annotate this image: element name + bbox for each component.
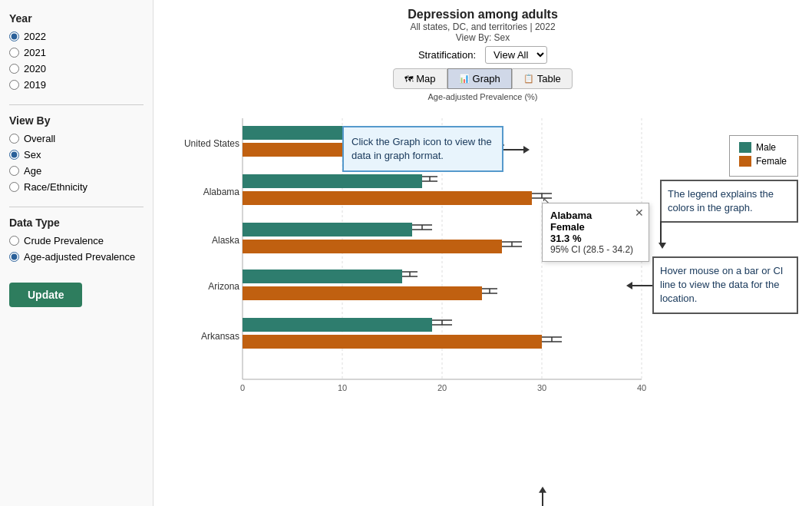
svg-text:Alaska: Alaska [212,235,239,246]
bar-ar-male[interactable] [243,318,432,332]
tab-table[interactable]: 📋 Table [512,68,573,89]
controls-row: Stratification: View All [166,46,800,64]
year-label: Year [9,12,144,25]
tooltip-value: 31.3 % [550,233,641,244]
tab-graph[interactable]: 📊 Graph [447,68,512,89]
chart-header: Depression among adults All states, DC, … [166,8,800,43]
legend-box: Male Female [729,135,798,177]
legend-female: Female [739,156,788,167]
crude-prevalence[interactable]: Crude Prevalence [9,235,144,246]
table-icon: 📋 [523,74,534,84]
view-by-section: View By Overall Sex Age Race/Ethnicity [9,114,144,193]
tab-map-label: Map [416,73,435,84]
bar-az-female[interactable] [243,286,482,300]
graph-icon: 📊 [459,74,470,84]
view-by-race[interactable]: Race/Ethnicity [9,181,144,193]
chart-title: Depression among adults [166,8,800,21]
callout-graph-icon: Click the Graph icon to view the data in… [342,126,503,172]
view-tabs: 🗺 Map 📊 Graph 📋 Table [166,68,800,89]
year-2022[interactable]: 2022 [9,31,144,42]
legend-male-color [739,142,751,153]
tooltip-title: Alabama Female [550,210,641,233]
view-by-sex[interactable]: Sex [9,149,144,160]
svg-text:20: 20 [437,383,447,392]
chart-area: 0 10 20 30 40 United States [166,103,800,395]
legend-female-label: Female [756,156,787,167]
chart-subtitle: All states, DC, and territories | 2022 [166,21,800,32]
bar-ak-male[interactable] [243,223,412,236]
data-type-label: Data Type [9,217,144,229]
bar-ak-female[interactable] [243,240,502,253]
legend-male: Male [739,142,788,153]
map-icon: 🗺 [404,74,413,84]
svg-text:Arkansas: Arkansas [201,331,239,342]
sidebar: Year 2022 2021 2020 2019 View By [0,0,153,506]
svg-text:0: 0 [240,383,245,392]
chart-view-by: View By: Sex [166,32,800,43]
svg-text:Alabama: Alabama [203,187,240,197]
tab-table-label: Table [537,73,561,84]
callout-legend: The legend explains the colors in the gr… [660,180,798,223]
tab-graph-label: Graph [473,73,500,84]
tooltip-ci: 95% CI (28.5 - 34.2) [550,244,641,255]
stratification-select[interactable]: View All [485,46,547,64]
update-button[interactable]: Update [9,283,82,307]
legend-male-label: Male [756,142,776,153]
svg-text:Arizona: Arizona [208,281,239,292]
view-by-radio-group: Overall Sex Age Race/Ethnicity [9,133,144,193]
legend-female-color [739,156,751,167]
tooltip-close-button[interactable]: ✕ [635,207,644,219]
bar-ar-female[interactable] [243,335,542,349]
year-radio-group: 2022 2021 2020 2019 [9,31,144,91]
data-type-radio-group: Crude Prevalence Age-adjusted Prevalence [9,235,144,263]
callout-hover: Hover mouse on a bar or CI line to view … [652,256,798,314]
view-by-overall[interactable]: Overall [9,133,144,144]
svg-text:United States: United States [184,138,239,149]
bar-al-male[interactable] [243,174,422,188]
stratification-label: Stratification: [418,49,476,61]
bar-al-female[interactable] [243,191,532,205]
svg-text:30: 30 [537,383,546,392]
content-area: Depression among adults All states, DC, … [153,0,812,506]
data-type-section: Data Type Crude Prevalence Age-adjusted … [9,217,144,263]
age-adjusted-prevalence[interactable]: Age-adjusted Prevalence [9,251,144,263]
year-2020[interactable]: 2020 [9,63,144,74]
year-2021[interactable]: 2021 [9,47,144,58]
svg-text:40: 40 [637,383,646,392]
view-by-label: View By [9,114,144,127]
svg-text:10: 10 [338,383,347,392]
axis-label: Age-adjusted Prevalence (%) [166,92,800,101]
year-2019[interactable]: 2019 [9,79,144,91]
view-by-age[interactable]: Age [9,165,144,177]
bar-az-male[interactable] [243,270,402,283]
tooltip-box: ✕ Alabama Female 31.3 % 95% CI (28.5 - 3… [542,203,649,262]
tab-map[interactable]: 🗺 Map [393,68,447,89]
year-section: Year 2022 2021 2020 2019 [9,12,144,91]
